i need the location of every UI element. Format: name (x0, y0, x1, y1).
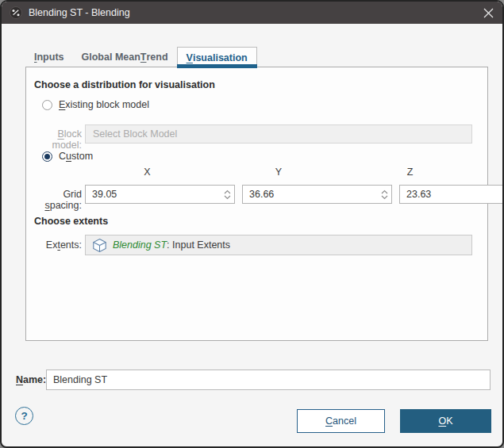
titlebar[interactable]: Blending ST - Blending (2, 2, 502, 24)
block-model-select[interactable]: Select Block Model (85, 124, 472, 144)
visualisation-panel: Choose a distribution for visualisation … (25, 67, 488, 341)
window-title: Blending ST - Blending (29, 7, 130, 18)
grid-spacing-y-stepper[interactable] (377, 186, 391, 203)
grid-spacing-label: Grid spacing: (26, 189, 82, 211)
axis-header-y: Y (217, 167, 341, 178)
extents-heading: Choose extents (34, 216, 108, 227)
help-button[interactable]: ? (15, 407, 33, 425)
cancel-button[interactable]: Cancel (297, 409, 385, 433)
axis-header-row: X Y Z (85, 167, 472, 178)
axis-header-x: X (85, 167, 210, 178)
existing-block-model-label: Existing block model (59, 99, 149, 110)
radio-unselected-icon[interactable] (42, 100, 52, 110)
tab-bar: Inputs Global Mean Trend Visualisation (25, 47, 257, 68)
question-mark-icon: ? (21, 410, 27, 422)
extents-value: Blending ST: Input Extents (113, 239, 230, 251)
grid-spacing-x-input[interactable] (86, 189, 220, 200)
name-input[interactable] (46, 370, 491, 390)
custom-radio[interactable]: Custom (42, 151, 93, 162)
chevron-up-icon (224, 190, 231, 194)
grid-spacing-z-spinbox (399, 185, 504, 204)
blending-dialog: Blending ST - Blending Inputs Global Mea… (0, 0, 504, 448)
chevron-down-icon (381, 195, 388, 200)
grid-spacing-x-spinbox (85, 185, 235, 204)
block-model-placeholder: Select Block Model (93, 128, 177, 140)
tab-inputs[interactable]: Inputs (25, 47, 73, 67)
close-icon (483, 8, 494, 18)
grid-spacing-z-input[interactable] (400, 189, 504, 200)
close-button[interactable] (474, 2, 502, 24)
app-icon (10, 6, 22, 19)
grid-spacing-x-stepper[interactable] (220, 186, 234, 203)
axis-header-z: Z (348, 167, 472, 178)
extents-label: Extents: (26, 239, 82, 251)
chevron-up-icon (381, 190, 388, 194)
extents-selector[interactable]: Blending ST: Input Extents (85, 235, 472, 255)
grid-spacing-y-spinbox (242, 185, 392, 204)
custom-label: Custom (59, 151, 93, 162)
grid-spacing-row (85, 185, 472, 204)
name-label: Name: (16, 374, 46, 385)
radio-selected-icon[interactable] (42, 151, 52, 162)
block-model-label: Block model: (26, 128, 82, 151)
extents-cube-icon (92, 238, 107, 253)
chevron-down-icon (224, 195, 231, 200)
existing-block-model-radio[interactable]: Existing block model (42, 99, 149, 110)
tab-visualisation[interactable]: Visualisation (177, 47, 257, 68)
ok-button[interactable]: OK (400, 409, 491, 433)
grid-spacing-y-input[interactable] (243, 189, 377, 200)
distribution-heading: Choose a distribution for visualisation (34, 79, 215, 90)
tab-global-mean-trend[interactable]: Global Mean Trend (73, 47, 177, 67)
